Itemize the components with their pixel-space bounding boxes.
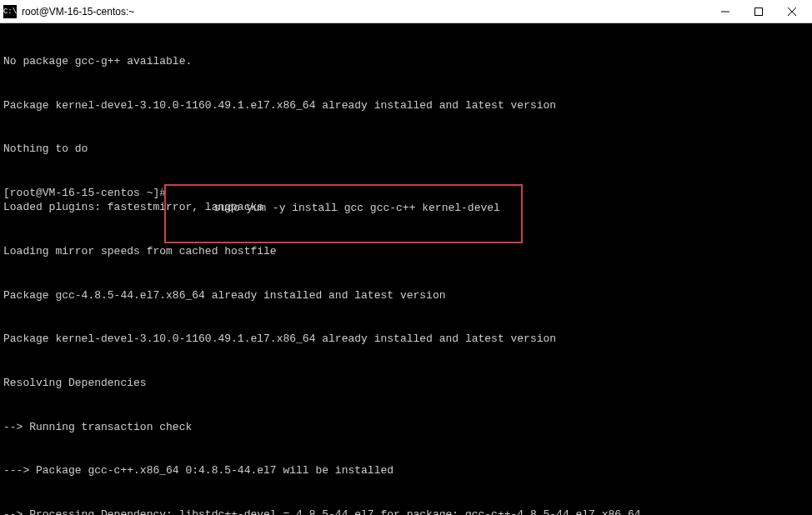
close-button[interactable] <box>775 0 809 23</box>
window-controls <box>709 0 809 23</box>
highlighted-command: sudo yum -y install gcc gcc-c++ kernel-d… <box>208 202 500 214</box>
terminal-output[interactable]: No package gcc-g++ available. Package ke… <box>0 23 812 515</box>
maximize-button[interactable] <box>742 0 775 23</box>
shell-prompt: [root@VM-16-15-centos ~]# <box>3 187 166 199</box>
svg-rect-1 <box>755 8 763 15</box>
output-line: Package kernel-devel-3.10.0-1160.49.1.el… <box>3 332 809 347</box>
output-line: No package gcc-g++ available. <box>3 54 809 69</box>
output-line: --> Running transaction check <box>3 420 809 435</box>
minimize-button[interactable] <box>709 0 742 23</box>
prompt-line: [root@VM-16-15-centos ~]# Loaded plugins… <box>3 186 809 215</box>
output-line: ---> Package gcc-c++.x86_64 0:4.8.5-44.e… <box>3 463 809 478</box>
output-line: Nothing to do <box>3 142 809 157</box>
output-line: Loading mirror speeds from cached hostfi… <box>3 244 809 259</box>
output-line: Package gcc-4.8.5-44.el7.x86_64 already … <box>3 288 809 303</box>
output-line: Package kernel-devel-3.10.0-1160.49.1.el… <box>3 98 809 113</box>
output-line: Resolving Dependencies <box>3 376 809 391</box>
terminal-icon: C:\ <box>3 5 17 18</box>
window-title: root@VM-16-15-centos:~ <box>22 6 709 18</box>
window-titlebar: C:\ root@VM-16-15-centos:~ <box>0 0 812 23</box>
output-line: --> Processing Dependency: libstdc++-dev… <box>3 508 809 515</box>
